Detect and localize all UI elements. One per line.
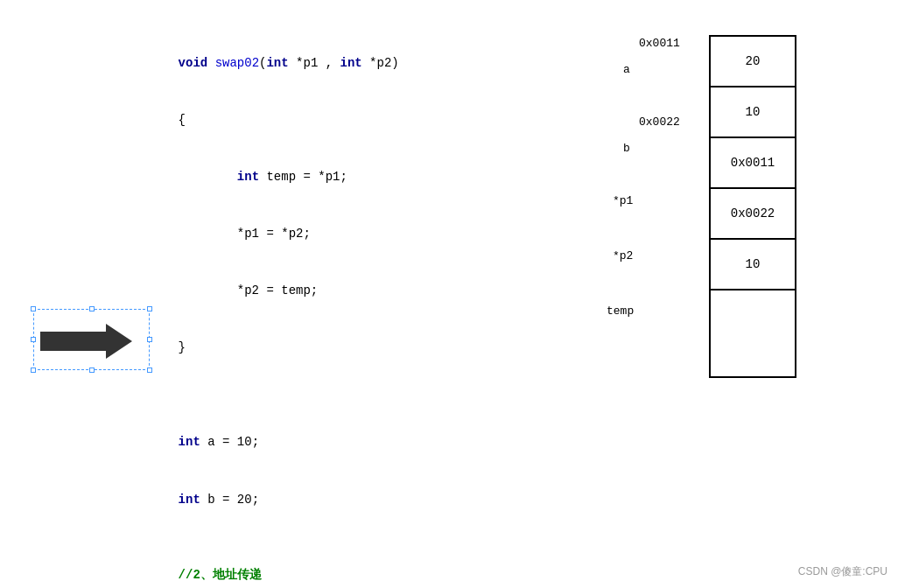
label-p2: *p2 — [613, 249, 633, 262]
addr-0x0022: 0x0022 — [639, 116, 680, 129]
handle-bl[interactable] — [31, 368, 36, 373]
mem-cell-4: 0x0022 — [711, 187, 795, 238]
code-line-5: *p2 = temp; — [149, 262, 399, 319]
kw-int2: int — [340, 56, 361, 70]
code-line-9: int a = 10; — [149, 415, 399, 472]
handle-bm[interactable] — [89, 368, 95, 373]
code-line-2: { — [149, 92, 399, 149]
mem-cell-2: 10 — [711, 86, 795, 136]
arrow-body — [40, 332, 106, 351]
code-line-blank1 — [149, 376, 399, 396]
addr-0x0011: 0x0011 — [639, 37, 680, 50]
handle-mr[interactable] — [147, 337, 152, 342]
kw-void: void — [179, 56, 215, 70]
mem-cell-3: 0x0011 — [711, 136, 795, 187]
memory-stack: 20 10 0x0011 0x0022 10 — [709, 35, 796, 378]
mem-cell-1: 20 — [711, 35, 795, 86]
code-line-6: } — [149, 319, 399, 376]
mem-cell-5: 10 — [711, 238, 795, 289]
code-line-12: //2、地址传递 — [149, 548, 399, 588]
label-a: a — [623, 63, 630, 76]
code-line-blank2 — [149, 396, 399, 415]
handle-tl[interactable] — [31, 306, 36, 312]
arrow-shape — [40, 324, 132, 359]
handle-br[interactable] — [147, 368, 152, 373]
label-b: b — [623, 142, 630, 155]
label-p1: *p1 — [613, 194, 633, 207]
handle-ml[interactable] — [31, 337, 36, 342]
watermark: CSDN @傻童:CPU — [798, 564, 887, 579]
kw-int4: int — [179, 435, 200, 449]
label-temp: temp — [607, 304, 634, 318]
kw-int3: int — [237, 170, 259, 184]
arrow-head — [106, 324, 132, 359]
fn-swap02: swap02 — [215, 56, 259, 70]
code-line-1: void swap02(int *p1 , int *p2) — [149, 35, 399, 92]
comment-address: //2、地址传递 — [179, 568, 262, 582]
kw-int5: int — [179, 493, 200, 507]
code-area: void swap02(int *p1 , int *p2) { int tem… — [149, 35, 399, 588]
code-line-4: *p1 = *p2; — [149, 206, 399, 262]
mem-cell-6 — [711, 289, 795, 376]
code-line-3: int temp = *p1; — [149, 149, 399, 206]
handle-tr[interactable] — [147, 306, 152, 312]
handle-tm[interactable] — [89, 306, 95, 312]
kw-int1: int — [266, 56, 288, 70]
arrow-container — [40, 324, 137, 359]
code-line-10: int b = 20; — [149, 472, 399, 528]
code-line-blank3 — [149, 528, 399, 548]
